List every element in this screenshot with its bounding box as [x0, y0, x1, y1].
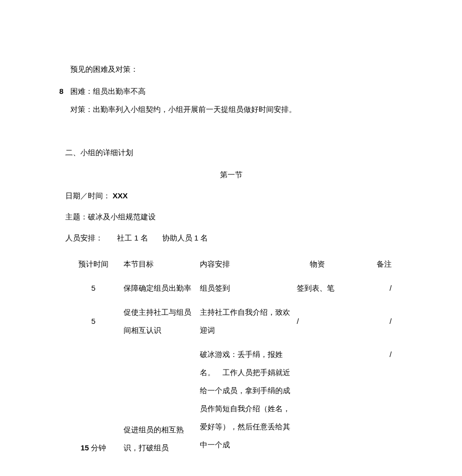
bullet-number: 8 — [59, 82, 63, 100]
section-subheading: 第一节 — [65, 166, 397, 184]
header-time: 预计时间 — [65, 252, 122, 276]
cell-note: / — [356, 300, 397, 342]
cell-resources: / — [295, 300, 356, 342]
header-goal: 本节目标 — [122, 252, 198, 276]
header-resources: 物资 — [295, 252, 356, 276]
cell-content: 破冰游戏：丢手绢，报姓名。 工作人员把手娟就近给一个成员，拿到手绢的成员作简短自… — [198, 342, 295, 457]
header-content: 内容安排 — [198, 252, 295, 276]
cell-time: 5 — [65, 300, 122, 342]
cell-note: / — [356, 276, 397, 300]
cell-time: 15 分钟 — [65, 342, 122, 457]
topic-value: 破冰及小组规范建设 — [88, 212, 156, 221]
date-value: XXX — [112, 191, 128, 200]
plan-table: 预计时间 本节目标 内容安排 物资 备注 5 保障确定组员出勤率 组员签到 签到… — [65, 252, 397, 457]
topic-label: 主题： — [65, 212, 88, 221]
table-row: 5 促使主持社工与组员间相互认识 主持社工作自我介绍，致欢迎词 / / — [65, 300, 397, 342]
difficulties-heading: 预见的困难及对策： — [65, 60, 397, 78]
staff-row: 人员安排： 社工 1 名 协助人员 1 名 — [65, 229, 397, 247]
staff-label: 人员安排： — [65, 229, 103, 247]
staff-value-1: 社工 1 名 — [117, 229, 148, 247]
table-row: 15 分钟 促进组员的相互熟识，打破组员 破冰游戏：丢手绢，报姓名。 工作人员把… — [65, 342, 397, 457]
difficulty-text: 困难：组员出勤率不高 — [65, 82, 397, 100]
staff-value-2: 协助人员 1 名 — [162, 229, 208, 247]
cell-note: / — [356, 342, 397, 457]
section-2-title: 二、小组的详细计划 — [65, 144, 397, 162]
header-note: 备注 — [356, 252, 397, 276]
table-header-row: 预计时间 本节目标 内容安排 物资 备注 — [65, 252, 397, 276]
cell-time: 5 — [65, 276, 122, 300]
cell-goal: 促进组员的相互熟识，打破组员 — [122, 342, 198, 457]
cell-content: 组员签到 — [198, 276, 295, 300]
topic-row: 主题：破冰及小组规范建设 — [65, 208, 397, 226]
date-label: 日期／时间： — [65, 191, 110, 200]
cell-goal: 保障确定组员出勤率 — [122, 276, 198, 300]
cell-content: 主持社工作自我介绍，致欢迎词 — [198, 300, 295, 342]
strategy-text: 对策：出勤率列入小组契约，小组开展前一天提组员做好时间安排。 — [65, 100, 397, 118]
cell-resources: 签到表、笔 — [295, 276, 356, 300]
date-row: 日期／时间： XXX — [65, 187, 397, 205]
table-row: 5 保障确定组员出勤率 组员签到 签到表、笔 / — [65, 276, 397, 300]
document-page: 预见的困难及对策： 8 困难：组员出勤率不高 对策：出勤率列入小组契约，小组开展… — [0, 0, 462, 457]
cell-resources — [295, 342, 356, 457]
cell-goal: 促使主持社工与组员间相互认识 — [122, 300, 198, 342]
